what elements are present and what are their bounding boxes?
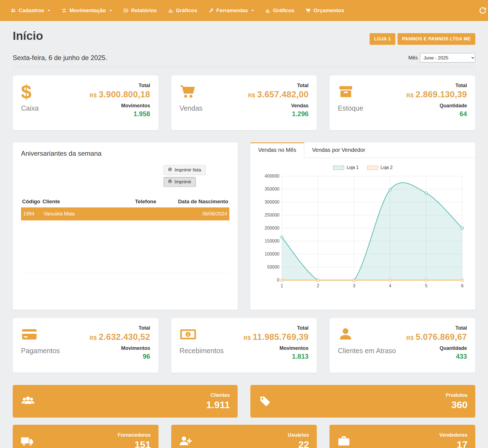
total-value: 3.900.800,18	[99, 90, 150, 99]
count-value: 96	[89, 353, 150, 360]
tile-fornecedores[interactable]: Fornecedores 151	[13, 425, 159, 448]
currency-label: R$	[406, 92, 414, 98]
money-bill-icon: 1	[180, 325, 197, 343]
page-title: Início	[13, 29, 43, 43]
stat-card-recebimentos: 1 Recebimentos Total R$11.985.769,39 Mov…	[171, 318, 317, 373]
total-label: Total	[243, 325, 308, 331]
tab-vendas-no-mes[interactable]: Vendas no Mês	[250, 142, 304, 158]
tile-clientes[interactable]: Clientes 1.911	[13, 385, 238, 418]
count-value: 1.958	[89, 110, 150, 118]
nav-item-graficos-2[interactable]: Gráficos	[259, 0, 300, 21]
nav-item-orcamentos[interactable]: Orçamentos	[300, 0, 350, 21]
stat-name: Recebimentos	[180, 347, 224, 355]
svg-text:3: 3	[353, 283, 355, 288]
svg-text:4: 4	[389, 283, 391, 288]
stat-name: Pagamentos	[21, 347, 60, 355]
col-header-cliente: Cliente	[41, 196, 134, 207]
nav-label: Cadastros	[19, 7, 44, 14]
tile-value: 1.911	[206, 399, 230, 410]
stat-name: Caixa	[21, 104, 39, 112]
legend-label: Loja 2	[381, 165, 393, 170]
tile-produtos[interactable]: Produtos 360	[250, 385, 475, 418]
currency-label: R$	[248, 92, 255, 98]
total-value: 5.076.869,67	[416, 332, 467, 342]
printer-icon	[168, 179, 172, 185]
tile-usuarios[interactable]: Usuários 22	[171, 425, 317, 448]
nav-item-movimentacao[interactable]: Movimentação	[56, 0, 118, 21]
legend-item[interactable]: Loja 1	[333, 165, 359, 170]
bar-chart-icon	[265, 8, 271, 13]
nav-label: Relatórios	[131, 7, 157, 14]
cell-codigo: 1994	[21, 207, 41, 220]
wrench-icon	[208, 8, 214, 13]
stat-card-estoque: Estoque Total R$2.869.130,39 Quantidade …	[329, 75, 475, 130]
birthdays-title: Aniversariantes da semana	[21, 150, 229, 157]
month-select[interactable]: June - 2025	[420, 53, 475, 62]
birthdays-panel: Aniversariantes da semana Imprimir lista…	[13, 142, 238, 310]
tab-vendas-por-vendedor[interactable]: Vendas por Vendedor	[304, 142, 373, 158]
nav-item-ferramentas[interactable]: Ferramentas	[203, 0, 259, 21]
svg-text:200000: 200000	[264, 226, 279, 230]
svg-text:250000: 250000	[264, 213, 279, 217]
store-button[interactable]: LOJA 1	[370, 33, 395, 45]
svg-text:400000: 400000	[264, 174, 279, 178]
cart-icon	[305, 8, 311, 13]
top-navbar: Cadastros Movimentação Relatórios Gráfic…	[0, 0, 488, 21]
svg-text:0: 0	[277, 278, 279, 282]
printer-icon	[168, 167, 172, 173]
col-header-nascimento: Data de Nascimento	[170, 196, 229, 207]
current-date: Sexta-feira, 6 de junho de 2025.	[13, 54, 107, 62]
total-label: Total	[406, 325, 467, 331]
currency-label: R$	[406, 335, 414, 341]
stat-card-clientes-atraso: Clientes em Atraso Total R$5.076.869,67 …	[329, 318, 475, 373]
legend-swatch	[367, 166, 378, 170]
exchange-icon	[61, 8, 67, 13]
tile-vendedores[interactable]: Vendedores 17	[329, 425, 475, 448]
main-content: Início LOJA 1 PANNOS E PANNOS LTDA ME Se…	[0, 21, 488, 448]
svg-text:50000: 50000	[267, 265, 279, 269]
nav-label: Gráficos	[273, 7, 294, 14]
svg-text:300000: 300000	[264, 200, 279, 204]
count-label: Movimentos	[89, 103, 150, 109]
col-header-codigo: Código	[21, 196, 41, 207]
company-button[interactable]: PANNOS E PANNOS LTDA ME	[398, 33, 475, 45]
user-icon	[338, 325, 353, 343]
tile-label: Produtos	[446, 392, 468, 398]
caret-down-icon	[109, 10, 112, 11]
tag-icon	[258, 395, 271, 408]
print-list-label: Imprimir lista	[175, 167, 201, 173]
currency-label: R$	[89, 92, 97, 98]
nav-item-graficos-1[interactable]: Gráficos	[162, 0, 203, 21]
tile-label: Usuários	[288, 432, 309, 438]
total-label: Total	[248, 83, 308, 88]
sales-chart: 0500001000001500002000002500003000003500…	[259, 172, 467, 291]
legend-label: Loja 1	[347, 165, 359, 170]
nav-label: Ferramentas	[216, 7, 248, 14]
refresh-icon[interactable]	[479, 6, 487, 15]
print-button[interactable]: Imprimir	[163, 177, 196, 187]
tile-value: 151	[118, 439, 151, 448]
count-label: Quantidade	[406, 103, 467, 109]
tile-value: 22	[288, 439, 309, 448]
svg-text:1: 1	[187, 332, 189, 337]
nav-label: Movimentação	[69, 7, 106, 14]
divider	[21, 273, 229, 273]
total-value: 3.657.482,00	[257, 90, 309, 99]
caret-down-icon	[251, 10, 254, 11]
total-label: Total	[89, 325, 150, 331]
credit-card-icon	[21, 325, 38, 343]
caret-down-icon	[48, 10, 50, 11]
bar-chart-icon	[168, 8, 173, 13]
nav-item-relatorios[interactable]: Relatórios	[118, 0, 162, 21]
count-label: Movimentos	[89, 345, 150, 351]
truck-icon	[20, 434, 34, 448]
table-row[interactable]: 1994 Vanuska Maia 06/06/2024	[21, 207, 229, 220]
nav-item-cadastros[interactable]: Cadastros	[5, 0, 56, 21]
tile-label: Vendedores	[439, 432, 468, 438]
print-list-button[interactable]: Imprimir lista	[163, 165, 206, 175]
stat-card-pagamentos: Pagamentos Total R$2.632.430,52 Moviment…	[13, 318, 159, 373]
col-header-telefone: Telefone	[134, 196, 170, 207]
birthdays-table: Código Cliente Telefone Data de Nascimen…	[21, 196, 229, 220]
tile-value: 17	[439, 439, 468, 448]
legend-item[interactable]: Loja 2	[367, 165, 393, 170]
